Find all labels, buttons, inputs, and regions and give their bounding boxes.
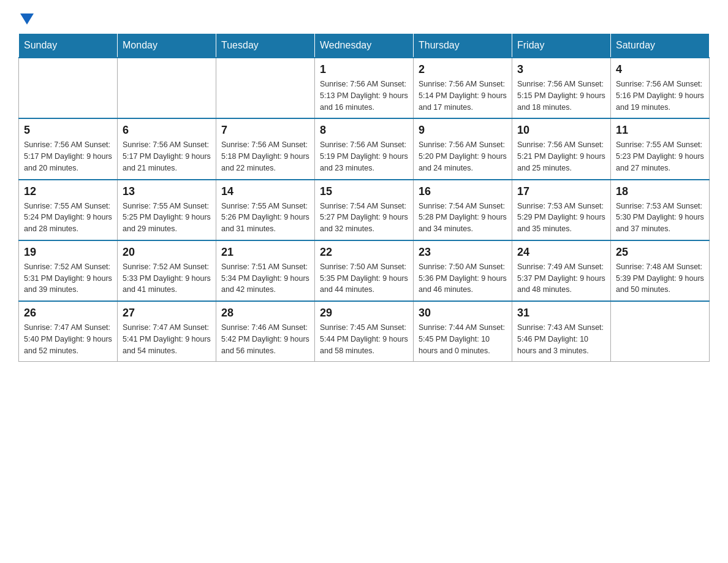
calendar-cell: 15Sunrise: 7:54 AM Sunset: 5:27 PM Dayli… [315, 180, 414, 240]
day-number: 5 [24, 124, 112, 137]
calendar-cell: 25Sunrise: 7:48 AM Sunset: 5:39 PM Dayli… [611, 240, 710, 301]
day-of-week-header: Friday [512, 34, 611, 58]
day-info: Sunrise: 7:55 AM Sunset: 5:25 PM Dayligh… [123, 201, 211, 235]
day-number: 25 [616, 246, 704, 259]
calendar-cell: 26Sunrise: 7:47 AM Sunset: 5:40 PM Dayli… [19, 301, 118, 362]
calendar-cell: 24Sunrise: 7:49 AM Sunset: 5:37 PM Dayli… [512, 240, 611, 301]
calendar-cell: 29Sunrise: 7:45 AM Sunset: 5:44 PM Dayli… [315, 301, 414, 362]
calendar-week-row: 19Sunrise: 7:52 AM Sunset: 5:31 PM Dayli… [19, 240, 710, 301]
day-number: 23 [419, 246, 507, 259]
calendar-cell: 6Sunrise: 7:56 AM Sunset: 5:17 PM Daylig… [118, 118, 216, 179]
day-info: Sunrise: 7:51 AM Sunset: 5:34 PM Dayligh… [221, 261, 309, 296]
calendar-week-row: 26Sunrise: 7:47 AM Sunset: 5:40 PM Dayli… [19, 301, 710, 362]
day-info: Sunrise: 7:52 AM Sunset: 5:31 PM Dayligh… [24, 261, 112, 296]
day-number: 16 [419, 185, 507, 198]
day-info: Sunrise: 7:47 AM Sunset: 5:40 PM Dayligh… [24, 322, 112, 356]
calendar-cell: 8Sunrise: 7:56 AM Sunset: 5:19 PM Daylig… [315, 118, 414, 179]
svg-marker-0 [20, 13, 34, 25]
calendar-cell: 4Sunrise: 7:56 AM Sunset: 5:16 PM Daylig… [611, 58, 710, 118]
day-of-week-header: Monday [118, 34, 216, 58]
day-number: 13 [123, 185, 211, 198]
calendar-cell: 16Sunrise: 7:54 AM Sunset: 5:28 PM Dayli… [414, 180, 512, 240]
page-header [18, 12, 710, 21]
day-number: 19 [24, 246, 112, 259]
day-number: 15 [320, 185, 408, 198]
calendar-cell: 18Sunrise: 7:53 AM Sunset: 5:30 PM Dayli… [611, 180, 710, 240]
calendar-cell: 30Sunrise: 7:44 AM Sunset: 5:45 PM Dayli… [414, 301, 512, 362]
calendar-cell: 9Sunrise: 7:56 AM Sunset: 5:20 PM Daylig… [414, 118, 512, 179]
calendar-cell: 31Sunrise: 7:43 AM Sunset: 5:46 PM Dayli… [512, 301, 611, 362]
calendar-cell: 28Sunrise: 7:46 AM Sunset: 5:42 PM Dayli… [216, 301, 315, 362]
day-of-week-header: Wednesday [315, 34, 414, 58]
day-number: 7 [221, 124, 309, 137]
calendar-cell: 21Sunrise: 7:51 AM Sunset: 5:34 PM Dayli… [216, 240, 315, 301]
day-number: 31 [517, 307, 605, 320]
day-number: 26 [24, 307, 112, 320]
day-number: 21 [221, 246, 309, 259]
calendar-cell: 23Sunrise: 7:50 AM Sunset: 5:36 PM Dayli… [414, 240, 512, 301]
day-number: 12 [24, 185, 112, 198]
calendar-week-row: 12Sunrise: 7:55 AM Sunset: 5:24 PM Dayli… [19, 180, 710, 240]
calendar-cell: 14Sunrise: 7:55 AM Sunset: 5:26 PM Dayli… [216, 180, 315, 240]
day-of-week-header: Saturday [611, 34, 710, 58]
day-info: Sunrise: 7:49 AM Sunset: 5:37 PM Dayligh… [517, 261, 605, 296]
day-number: 28 [221, 307, 309, 320]
day-number: 1 [320, 63, 408, 76]
day-info: Sunrise: 7:54 AM Sunset: 5:28 PM Dayligh… [419, 201, 507, 235]
calendar-cell: 20Sunrise: 7:52 AM Sunset: 5:33 PM Dayli… [118, 240, 216, 301]
day-info: Sunrise: 7:56 AM Sunset: 5:20 PM Dayligh… [419, 139, 507, 174]
day-info: Sunrise: 7:46 AM Sunset: 5:42 PM Dayligh… [221, 322, 309, 356]
day-info: Sunrise: 7:56 AM Sunset: 5:14 PM Dayligh… [419, 79, 507, 113]
day-info: Sunrise: 7:56 AM Sunset: 5:17 PM Dayligh… [24, 139, 112, 174]
day-info: Sunrise: 7:56 AM Sunset: 5:18 PM Dayligh… [221, 139, 309, 174]
calendar-cell: 22Sunrise: 7:50 AM Sunset: 5:35 PM Dayli… [315, 240, 414, 301]
logo [18, 12, 34, 21]
day-number: 27 [123, 307, 211, 320]
calendar-cell: 19Sunrise: 7:52 AM Sunset: 5:31 PM Dayli… [19, 240, 118, 301]
day-info: Sunrise: 7:48 AM Sunset: 5:39 PM Dayligh… [616, 261, 704, 296]
calendar-cell: 7Sunrise: 7:56 AM Sunset: 5:18 PM Daylig… [216, 118, 315, 179]
day-info: Sunrise: 7:47 AM Sunset: 5:41 PM Dayligh… [123, 322, 211, 356]
day-number: 9 [419, 124, 507, 137]
calendar-table: SundayMondayTuesdayWednesdayThursdayFrid… [18, 33, 710, 362]
day-of-week-header: Thursday [414, 34, 512, 58]
day-info: Sunrise: 7:55 AM Sunset: 5:23 PM Dayligh… [616, 139, 704, 174]
calendar-cell [216, 58, 315, 118]
calendar-cell: 3Sunrise: 7:56 AM Sunset: 5:15 PM Daylig… [512, 58, 611, 118]
calendar-cell: 2Sunrise: 7:56 AM Sunset: 5:14 PM Daylig… [414, 58, 512, 118]
day-number: 11 [616, 124, 704, 137]
day-info: Sunrise: 7:56 AM Sunset: 5:19 PM Dayligh… [320, 139, 408, 174]
logo-triangle-icon [20, 13, 34, 25]
day-info: Sunrise: 7:55 AM Sunset: 5:26 PM Dayligh… [221, 201, 309, 235]
calendar-week-row: 1Sunrise: 7:56 AM Sunset: 5:13 PM Daylig… [19, 58, 710, 118]
day-info: Sunrise: 7:56 AM Sunset: 5:16 PM Dayligh… [616, 79, 704, 113]
calendar-week-row: 5Sunrise: 7:56 AM Sunset: 5:17 PM Daylig… [19, 118, 710, 179]
calendar-cell: 27Sunrise: 7:47 AM Sunset: 5:41 PM Dayli… [118, 301, 216, 362]
day-info: Sunrise: 7:53 AM Sunset: 5:29 PM Dayligh… [517, 201, 605, 235]
calendar-cell: 12Sunrise: 7:55 AM Sunset: 5:24 PM Dayli… [19, 180, 118, 240]
day-info: Sunrise: 7:44 AM Sunset: 5:45 PM Dayligh… [419, 322, 507, 356]
calendar-cell: 10Sunrise: 7:56 AM Sunset: 5:21 PM Dayli… [512, 118, 611, 179]
calendar-cell: 13Sunrise: 7:55 AM Sunset: 5:25 PM Dayli… [118, 180, 216, 240]
day-info: Sunrise: 7:55 AM Sunset: 5:24 PM Dayligh… [24, 201, 112, 235]
day-number: 8 [320, 124, 408, 137]
day-number: 14 [221, 185, 309, 198]
day-number: 29 [320, 307, 408, 320]
day-number: 22 [320, 246, 408, 259]
day-number: 3 [517, 63, 605, 76]
day-info: Sunrise: 7:56 AM Sunset: 5:21 PM Dayligh… [517, 139, 605, 174]
day-number: 20 [123, 246, 211, 259]
calendar-header-row: SundayMondayTuesdayWednesdayThursdayFrid… [19, 34, 710, 58]
day-info: Sunrise: 7:54 AM Sunset: 5:27 PM Dayligh… [320, 201, 408, 235]
day-info: Sunrise: 7:56 AM Sunset: 5:13 PM Dayligh… [320, 79, 408, 113]
day-number: 24 [517, 246, 605, 259]
day-of-week-header: Tuesday [216, 34, 315, 58]
day-number: 30 [419, 307, 507, 320]
day-number: 10 [517, 124, 605, 137]
calendar-cell: 11Sunrise: 7:55 AM Sunset: 5:23 PM Dayli… [611, 118, 710, 179]
day-info: Sunrise: 7:53 AM Sunset: 5:30 PM Dayligh… [616, 201, 704, 235]
calendar-cell: 1Sunrise: 7:56 AM Sunset: 5:13 PM Daylig… [315, 58, 414, 118]
day-number: 18 [616, 185, 704, 198]
day-number: 2 [419, 63, 507, 76]
day-info: Sunrise: 7:50 AM Sunset: 5:35 PM Dayligh… [320, 261, 408, 296]
